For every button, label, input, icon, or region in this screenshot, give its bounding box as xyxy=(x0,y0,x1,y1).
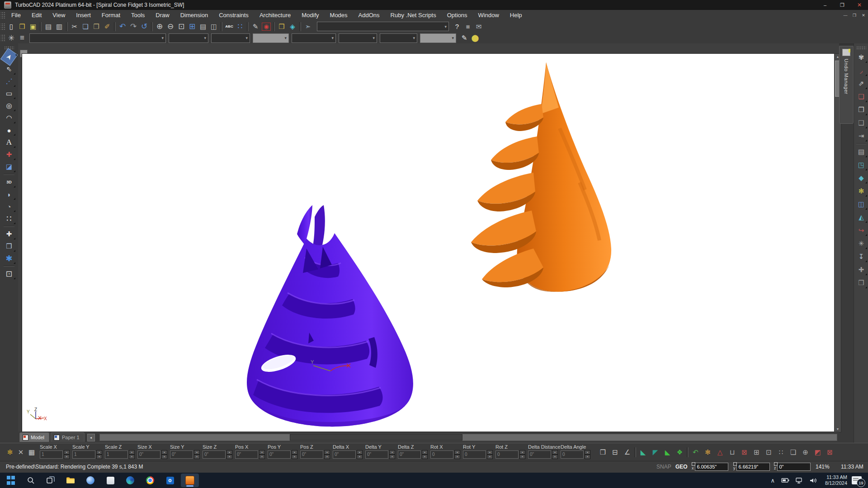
field-value[interactable]: 1 xyxy=(72,450,95,459)
menu-item[interactable]: Draw xyxy=(150,10,175,21)
move-tool-icon[interactable]: ✚ xyxy=(2,228,16,240)
group-tool-icon[interactable]: ✾ xyxy=(855,51,867,63)
sketch-tool-icon[interactable]: ⋰ xyxy=(2,75,16,87)
rectangle-tool-icon[interactable]: ▭ xyxy=(2,88,16,99)
menu-item[interactable]: Help xyxy=(505,10,528,21)
duplicate-icon[interactable]: ❏ xyxy=(787,446,799,458)
field-value[interactable]: 1 xyxy=(105,450,128,459)
properties-panel-icon[interactable]: ▤ xyxy=(198,22,208,32)
machine-part-icon[interactable]: ⊔ xyxy=(726,446,738,458)
stack-tool-icon[interactable]: ❑ xyxy=(855,117,867,129)
red-diagonal-icon[interactable]: ◩ xyxy=(811,446,824,458)
horizontal-scroll-thumb[interactable] xyxy=(290,434,462,441)
paste-icon[interactable]: ❐ xyxy=(91,22,102,32)
select-mode-4-icon[interactable]: ❖ xyxy=(674,446,686,458)
x-coordinate-field[interactable]: 6.00635" xyxy=(695,463,728,471)
menu-item[interactable]: Architecture xyxy=(254,10,296,21)
spin-up-button[interactable]: ▲ xyxy=(194,450,200,455)
spin-up-button[interactable]: ▲ xyxy=(161,450,167,455)
style-combo[interactable]: ▾ xyxy=(29,33,166,43)
3d-mode-tool-icon[interactable]: 3D xyxy=(2,176,16,188)
format-painter-icon[interactable]: ✐ xyxy=(102,22,113,32)
spin-up-button[interactable]: ▲ xyxy=(324,450,330,455)
mdi-minimize-button[interactable]: — xyxy=(841,13,850,18)
sep[interactable] xyxy=(4,226,14,227)
render-pointer-icon[interactable]: ➣ xyxy=(302,22,313,32)
field-value[interactable]: 0 xyxy=(430,450,453,459)
edit-node-tool-icon[interactable]: ⇖ xyxy=(2,63,16,75)
spin-up-button[interactable]: ▲ xyxy=(259,450,265,455)
inactive-square-icon[interactable]: ■ xyxy=(462,22,473,32)
minimize-button[interactable]: – xyxy=(816,0,834,10)
field-value[interactable]: 0" xyxy=(235,450,258,459)
paint-bucket-icon[interactable]: ⬤ xyxy=(470,33,481,43)
scale-box-icon[interactable]: ⊟ xyxy=(609,446,621,458)
block-tool-icon[interactable]: ❒ xyxy=(2,240,16,252)
nudge-tool-icon[interactable]: ⇥ xyxy=(855,130,867,142)
sep[interactable] xyxy=(687,447,689,457)
3d-selector-icon[interactable]: ❒ xyxy=(597,446,609,458)
solidify-tool-icon[interactable]: ◆ xyxy=(855,172,867,184)
task-view-button[interactable] xyxy=(42,474,60,487)
menu-item[interactable]: Tools xyxy=(126,10,150,21)
point-tool-icon[interactable]: ● xyxy=(2,124,16,136)
no-fill-icon[interactable]: ⊠ xyxy=(738,446,750,458)
spin-down-button[interactable]: ▼ xyxy=(357,455,363,459)
outlook-button[interactable]: o xyxy=(161,474,179,487)
spin-down-button[interactable]: ▼ xyxy=(454,455,460,459)
snap-grid-icon[interactable]: ∷ xyxy=(235,22,245,32)
turbocad-button[interactable] xyxy=(181,474,199,487)
camera-icon[interactable]: ◉ xyxy=(261,22,272,32)
tab-model[interactable]: Model xyxy=(19,432,49,442)
tab-scroll-left-button[interactable]: ◂ xyxy=(87,434,95,441)
add-solid-tool-icon[interactable]: ✚ xyxy=(855,263,867,276)
cut-icon[interactable]: ✂ xyxy=(69,22,80,32)
mail-icon[interactable]: ✉ xyxy=(473,22,484,32)
spell-check-icon[interactable]: ABC xyxy=(224,22,235,32)
publish-icon[interactable]: ❒ xyxy=(276,22,287,32)
spin-up-button[interactable]: ▲ xyxy=(487,450,493,455)
angle-tool-icon[interactable]: ∠ xyxy=(621,446,633,458)
sep[interactable] xyxy=(299,22,301,31)
select-mode-1-icon[interactable]: ◣ xyxy=(637,446,649,458)
print-preview-icon[interactable]: ▥ xyxy=(54,22,65,32)
spin-up-button[interactable]: ▲ xyxy=(585,450,590,455)
select-mode-2-icon[interactable]: ◤ xyxy=(649,446,661,458)
pencil-edit-icon[interactable]: ✎ xyxy=(459,33,470,43)
spin-down-button[interactable]: ▼ xyxy=(292,455,297,459)
undo-select-icon[interactable]: ↶ xyxy=(689,446,702,458)
sep[interactable] xyxy=(40,22,42,31)
close-button[interactable]: ✕ xyxy=(851,0,868,10)
field-value[interactable]: 0" xyxy=(365,450,388,459)
open-folder-icon[interactable]: ❒ xyxy=(17,22,28,32)
field-value[interactable]: 0" xyxy=(170,450,193,459)
horizontal-scrollbar[interactable] xyxy=(99,434,838,441)
handle-edit-icon[interactable]: ⊡ xyxy=(763,446,775,458)
settings-gear-icon[interactable]: ✳ xyxy=(6,33,17,43)
spin-up-button[interactable]: ▲ xyxy=(552,450,558,455)
select-mode-3-icon[interactable]: ◣ xyxy=(661,446,674,458)
spin-up-button[interactable]: ▲ xyxy=(519,450,525,455)
sketch-pen-icon[interactable]: ✎ xyxy=(250,22,261,32)
layers-stack-icon[interactable]: ≡ xyxy=(17,33,28,43)
save-icon[interactable]: ▣ xyxy=(28,22,38,32)
layer-combo[interactable]: ▾ xyxy=(169,33,208,43)
fillet-tool-icon[interactable]: ◞ xyxy=(855,64,867,76)
field-value[interactable]: 0" xyxy=(137,450,160,459)
taskbar-clock[interactable]: 11:33 AM 8/12/2024 xyxy=(825,474,847,486)
field-value[interactable]: 1 xyxy=(40,450,63,459)
toolbar-grip[interactable] xyxy=(1,34,5,42)
array-tool-icon[interactable]: ∷ xyxy=(2,213,16,225)
menu-item[interactable]: Format xyxy=(96,10,126,21)
sep[interactable] xyxy=(66,22,68,31)
field-value[interactable]: 0 xyxy=(463,450,486,459)
hatch-tool-icon[interactable]: ◪ xyxy=(2,161,16,173)
spin-down-button[interactable]: ▼ xyxy=(422,455,428,459)
notification-center-icon[interactable]: 19 xyxy=(852,476,862,484)
menu-item[interactable]: Constraints xyxy=(213,10,254,21)
spin-down-button[interactable]: ▼ xyxy=(161,455,167,459)
text-tool-icon[interactable]: A xyxy=(2,136,16,148)
palette-grip[interactable] xyxy=(856,46,866,49)
sweep-tool-icon[interactable]: ↪ xyxy=(855,224,867,236)
sep[interactable] xyxy=(4,266,14,267)
